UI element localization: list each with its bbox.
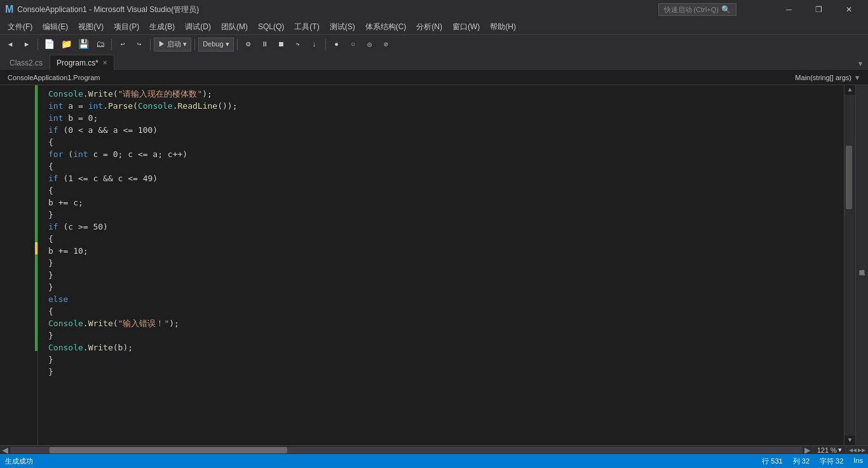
code-line[interactable]: {: [38, 233, 844, 245]
toolbar-forward[interactable]: ▶: [19, 37, 34, 52]
nav-namespace[interactable]: ConsoleApplication1.Program: [5, 74, 103, 81]
restore-button[interactable]: ❐: [804, 0, 833, 19]
code-line[interactable]: }: [38, 366, 844, 378]
toolbar-save[interactable]: 💾: [76, 37, 92, 52]
code-line[interactable]: }: [38, 209, 844, 221]
vs-logo: M: [5, 4, 13, 15]
code-editor[interactable]: Console.Write("请输入现在的楼体数"); int a = int.…: [38, 85, 844, 445]
toolbar-redo[interactable]: ↪: [132, 37, 147, 52]
gutter-line-5: [0, 134, 37, 146]
code-line[interactable]: }: [38, 257, 844, 269]
menu-view[interactable]: 视图(V): [73, 19, 109, 34]
code-line[interactable]: if (1 <= c && c <= 49): [38, 172, 844, 184]
menu-build[interactable]: 生成(B): [144, 19, 180, 34]
search-icon: 🔍: [721, 5, 731, 14]
tb-sep6: [325, 39, 326, 50]
code-line[interactable]: }: [38, 329, 844, 341]
code-line[interactable]: Console.Write(b);: [38, 341, 844, 354]
scroll-thumb[interactable]: [846, 146, 852, 209]
title-bar: M ConsoleApplication1 - Microsoft Visual…: [0, 0, 868, 19]
hscroll-left[interactable]: ◀: [0, 446, 10, 454]
tb-sep2: [111, 39, 112, 50]
tab-class2[interactable]: Class2.cs: [3, 55, 50, 70]
nav-scroll-icon[interactable]: ▾: [851, 71, 863, 84]
toolbar-back[interactable]: ◀: [3, 37, 18, 52]
gutter-line-20: [0, 315, 37, 327]
toolbar-stepinto[interactable]: ↓: [307, 37, 322, 52]
gutter-line-17: [0, 279, 37, 291]
code-line[interactable]: int b = 0;: [38, 112, 844, 124]
toolbar-start[interactable]: ▶ 启动 ▾: [154, 38, 191, 52]
menu-bar: 文件(F) 编辑(E) 视图(V) 项目(P) 生成(B) 调试(D) 团队(M…: [0, 19, 868, 34]
bottom-scrollbar[interactable]: ◀ ▶ 121 % ▾ ◀◀ ▶▶: [0, 445, 868, 454]
tab-close-icon[interactable]: ✕: [102, 59, 107, 66]
zoom-control[interactable]: 121 % ▾: [813, 446, 846, 455]
toolbar-bp2[interactable]: ○: [346, 37, 361, 52]
gutter-line-24: [0, 363, 37, 375]
toolbar-breakpoint[interactable]: ●: [329, 37, 344, 52]
status-bar: 生成成功 行 531 列 32 字符 32 Ins: [0, 454, 868, 468]
right-annotations: ▲ ▼: [844, 85, 855, 445]
scroll-up-btn[interactable]: ▲: [844, 85, 855, 95]
close-button[interactable]: ✕: [834, 0, 863, 19]
code-line[interactable]: b += 10;: [38, 245, 844, 257]
menu-window[interactable]: 窗口(W): [447, 19, 485, 34]
scroll-down-btn[interactable]: ▼: [844, 436, 855, 445]
menu-analyze[interactable]: 分析(N): [411, 19, 447, 34]
status-char: 字符 32: [820, 457, 843, 466]
code-line[interactable]: if (0 < a && a <= 100): [38, 124, 844, 136]
code-line[interactable]: {: [38, 184, 844, 196]
code-line[interactable]: for (int c = 0; c <= a; c++): [38, 148, 844, 160]
code-line[interactable]: Console.Write("请输入现在的楼体数");: [38, 88, 844, 100]
editor-container: Console.Write("请输入现在的楼体数"); int a = int.…: [0, 85, 868, 445]
menu-sql[interactable]: SQL(Q): [253, 19, 289, 34]
nav-prev-icon[interactable]: ◀◀: [849, 446, 857, 454]
menu-file[interactable]: 文件(F): [3, 19, 37, 34]
toolbar-bp3[interactable]: ◎: [362, 37, 377, 52]
menu-arch[interactable]: 体系结构(C): [360, 19, 412, 34]
menu-tools[interactable]: 工具(T): [289, 19, 324, 34]
code-line[interactable]: {: [38, 160, 844, 172]
hscroll-thumb[interactable]: [50, 447, 287, 453]
toolbar-bp4[interactable]: ⊘: [379, 37, 394, 52]
gutter-line-8: [0, 170, 37, 182]
search-label: 快速启动 (Ctrl+Q): [664, 5, 719, 15]
tab-program[interactable]: Program.cs* ✕: [50, 55, 114, 70]
code-line[interactable]: {: [38, 136, 844, 148]
toolbar-stop[interactable]: ⏹: [274, 37, 289, 52]
toolbar-pause[interactable]: ⏸: [257, 37, 273, 52]
toolbar-attach[interactable]: ⚙: [241, 37, 256, 52]
menu-team[interactable]: 团队(M): [216, 19, 253, 34]
nav-method[interactable]: Main(string[] args): [795, 74, 851, 81]
toolbar-debugmode[interactable]: Debug ▾: [198, 38, 233, 52]
side-annotation-1: 测试结果: [855, 263, 868, 268]
menu-edit[interactable]: 编辑(E): [37, 19, 73, 34]
code-line[interactable]: b += c;: [38, 196, 844, 209]
hscroll-right[interactable]: ▶: [803, 446, 813, 454]
nav-next-icon[interactable]: ▶▶: [858, 446, 865, 454]
zoom-down[interactable]: ▾: [838, 446, 842, 454]
toolbar-stepover[interactable]: ↷: [290, 37, 306, 52]
code-line[interactable]: }: [38, 269, 844, 281]
status-col: 列 32: [793, 457, 810, 466]
code-line[interactable]: int a = int.Parse(Console.ReadLine());: [38, 100, 844, 112]
code-line[interactable]: {: [38, 305, 844, 317]
menu-project[interactable]: 项目(P): [109, 19, 144, 34]
code-line[interactable]: Console.Write("输入错误！");: [38, 317, 844, 329]
gutter-line-4: [0, 121, 37, 134]
code-line[interactable]: }: [38, 281, 844, 293]
menu-test[interactable]: 测试(S): [325, 19, 360, 34]
status-mode: Ins: [853, 457, 863, 466]
menu-debug[interactable]: 调试(D): [180, 19, 216, 34]
tab-scroll-right[interactable]: ▾: [855, 57, 865, 70]
toolbar-open[interactable]: 📁: [58, 37, 74, 52]
minimize-button[interactable]: ─: [775, 0, 803, 19]
code-line[interactable]: else: [38, 293, 844, 305]
code-line[interactable]: }: [38, 354, 844, 366]
toolbar-saveall[interactable]: 🗂: [93, 37, 108, 52]
toolbar-new[interactable]: 📄: [41, 37, 57, 52]
menu-help[interactable]: 帮助(H): [485, 19, 521, 34]
hscroll-track[interactable]: [10, 447, 803, 453]
code-line[interactable]: if (c >= 50): [38, 221, 844, 233]
toolbar-undo[interactable]: ↩: [115, 37, 130, 52]
